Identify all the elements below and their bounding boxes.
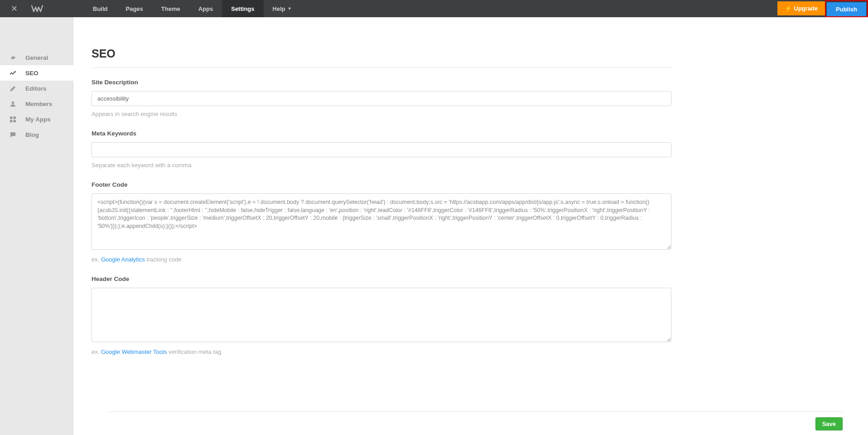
- sidebar-item-label: Members: [25, 101, 52, 107]
- hint-suffix: tracking code: [145, 256, 182, 263]
- footer-code-textarea[interactable]: <script>(function(){var s = document.cre…: [92, 193, 671, 250]
- field-footer-code: Footer Code <script>(function(){var s = …: [92, 181, 671, 263]
- main-content: SEO Site Description Appears in search e…: [73, 17, 868, 435]
- publish-button[interactable]: Publish: [827, 2, 866, 16]
- logo-icon[interactable]: [27, 5, 48, 13]
- footer-code-label: Footer Code: [92, 181, 671, 188]
- google-webmaster-link[interactable]: Google Webmaster Tools: [101, 348, 167, 355]
- field-site-description: Site Description Appears in search engin…: [92, 79, 671, 117]
- svg-point-0: [11, 101, 14, 104]
- nav-label: Theme: [161, 5, 180, 12]
- google-analytics-link[interactable]: Google Analytics: [101, 256, 145, 263]
- save-button[interactable]: Save: [815, 417, 843, 430]
- header-code-hint: ex. Google Webmaster Tools verification …: [92, 348, 671, 355]
- svg-rect-1: [10, 116, 12, 119]
- sidebar-item-label: SEO: [25, 70, 39, 77]
- header-code-label: Header Code: [92, 276, 671, 282]
- svg-rect-4: [13, 120, 16, 122]
- pencil-icon: [9, 85, 16, 92]
- sidebar-item-label: General: [25, 54, 48, 61]
- publish-highlight: Publish: [825, 0, 868, 17]
- save-bar-inner: Save: [108, 411, 843, 430]
- layout: General SEO Editors Members My Apps: [0, 17, 868, 435]
- gear-icon: [9, 54, 16, 61]
- upgrade-button[interactable]: ⚡ Upgrade: [777, 1, 825, 15]
- site-description-input[interactable]: [92, 91, 671, 106]
- topbar-right: ⚡ Upgrade Publish: [777, 0, 868, 17]
- sidebar-item-label: Editors: [25, 85, 47, 92]
- meta-keywords-hint: Separate each keyword with a comma: [92, 162, 671, 169]
- hint-suffix: verification meta tag: [167, 348, 221, 355]
- sidebar-item-label: My Apps: [25, 116, 51, 123]
- hint-prefix: ex.: [92, 256, 101, 263]
- header-code-textarea[interactable]: [92, 288, 671, 342]
- apps-icon: [9, 116, 16, 123]
- site-description-hint: Appears in search engine results: [92, 111, 671, 117]
- nav-label: Settings: [231, 5, 254, 12]
- sidebar-item-myapps[interactable]: My Apps: [0, 111, 73, 127]
- nav-label: Pages: [126, 5, 143, 12]
- nav-help[interactable]: Help▼: [264, 0, 301, 17]
- chevron-down-icon: ▼: [288, 6, 292, 11]
- topnav: Build Pages Theme Apps Settings Help▼: [84, 0, 301, 17]
- trend-icon: [9, 69, 16, 77]
- footer-code-hint: ex. Google Analytics tracking code: [92, 256, 671, 263]
- bolt-icon: ⚡: [785, 5, 792, 12]
- close-icon[interactable]: ✕: [8, 4, 20, 14]
- field-meta-keywords: Meta Keywords Separate each keyword with…: [92, 130, 671, 169]
- nav-pages[interactable]: Pages: [117, 0, 152, 17]
- svg-rect-2: [13, 116, 16, 119]
- field-header-code: Header Code ex. Google Webmaster Tools v…: [92, 276, 671, 355]
- topbar-left: ✕: [0, 4, 48, 14]
- content: SEO Site Description Appears in search e…: [73, 17, 690, 422]
- nav-label: Help: [273, 5, 285, 12]
- nav-settings[interactable]: Settings: [222, 0, 263, 17]
- meta-keywords-input[interactable]: [92, 142, 671, 157]
- upgrade-label: Upgrade: [794, 5, 818, 12]
- sidebar: General SEO Editors Members My Apps: [0, 17, 73, 435]
- person-icon: [9, 100, 16, 107]
- page-title: SEO: [92, 47, 671, 68]
- nav-label: Apps: [198, 5, 213, 12]
- site-description-label: Site Description: [92, 79, 671, 86]
- sidebar-item-label: Blog: [25, 131, 39, 138]
- sidebar-item-blog[interactable]: Blog: [0, 127, 73, 142]
- topbar: ✕ Build Pages Theme Apps Settings Help▼ …: [0, 0, 868, 17]
- sidebar-item-editors[interactable]: Editors: [0, 81, 73, 96]
- hint-prefix: ex.: [92, 348, 101, 355]
- nav-theme[interactable]: Theme: [152, 0, 189, 17]
- comment-icon: [9, 131, 16, 138]
- meta-keywords-label: Meta Keywords: [92, 130, 671, 137]
- publish-label: Publish: [836, 6, 857, 13]
- sidebar-item-members[interactable]: Members: [0, 96, 73, 111]
- sidebar-item-seo[interactable]: SEO: [0, 65, 73, 81]
- svg-rect-3: [10, 120, 12, 122]
- sidebar-item-general[interactable]: General: [0, 50, 73, 65]
- nav-apps[interactable]: Apps: [189, 0, 222, 17]
- nav-label: Build: [93, 5, 108, 12]
- nav-build[interactable]: Build: [84, 0, 117, 17]
